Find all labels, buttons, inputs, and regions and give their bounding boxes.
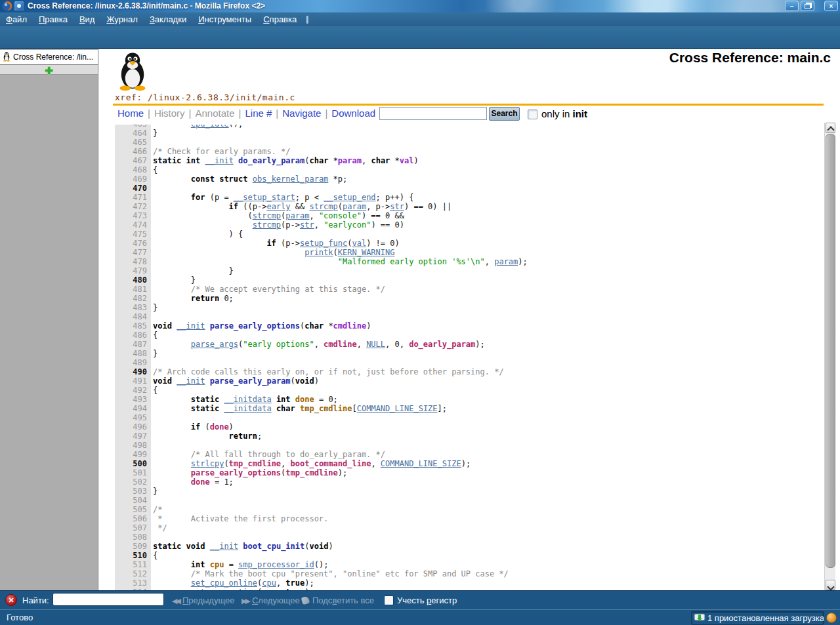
symbol-link[interactable]: done	[295, 395, 314, 404]
symbol-link[interactable]: boot_cpu_init	[243, 542, 304, 551]
find-next-button[interactable]: ▶▶Следующее	[242, 594, 300, 607]
line-number[interactable]: 481	[115, 285, 151, 294]
new-tab-button[interactable]: ✚	[0, 65, 98, 75]
line-number[interactable]: 470	[115, 184, 151, 193]
close-button[interactable]: ×	[824, 1, 838, 11]
symbol-link[interactable]: __setup_end	[324, 193, 375, 202]
symbol-link[interactable]: setup_func	[300, 239, 347, 248]
menu-item-1[interactable]: Файл	[6, 12, 27, 26]
symbol-link[interactable]: NULL	[366, 340, 385, 349]
symbol-link[interactable]: parse_early_options	[191, 468, 281, 477]
symbol-link[interactable]: smp_processor_id	[238, 560, 314, 569]
symbol-link[interactable]: __init	[177, 376, 205, 386]
line-number[interactable]: 513	[115, 578, 151, 588]
symbol-link[interactable]: __init	[177, 321, 205, 331]
line-number[interactable]: 499	[115, 450, 151, 459]
minimize-button[interactable]: –	[785, 1, 799, 11]
symbol-link[interactable]: cpu	[262, 578, 276, 588]
symbol-link[interactable]: tmp_cmdline	[285, 468, 337, 477]
line-number[interactable]: 482	[115, 294, 151, 303]
symbol-link[interactable]: tmp_cmdline	[229, 459, 281, 468]
line-number[interactable]: 472	[115, 202, 151, 211]
symbol-link[interactable]: do_early_param	[409, 340, 475, 349]
line-number[interactable]: 504	[115, 496, 151, 505]
symbol-link[interactable]: done	[210, 422, 229, 432]
find-highlight-button[interactable]: Подсветить все	[302, 594, 374, 607]
symbol-link[interactable]: parse_args	[191, 340, 238, 349]
symbol-link[interactable]: KERN_WARNING	[338, 248, 395, 257]
line-number[interactable]: 500	[115, 459, 151, 468]
symbol-link[interactable]: early	[266, 202, 290, 211]
line-number[interactable]: 480	[115, 275, 151, 285]
nav-home[interactable]: Home	[117, 108, 144, 119]
symbol-link[interactable]: param	[338, 156, 362, 165]
scroll-up-icon[interactable]	[826, 123, 835, 133]
line-number[interactable]: 467	[115, 156, 151, 165]
symbol-link[interactable]: str	[300, 220, 314, 230]
line-number[interactable]: 493	[115, 395, 151, 404]
scrollbar-thumb[interactable]	[826, 134, 835, 568]
line-number[interactable]: 479	[115, 266, 151, 275]
line-number[interactable]: 485	[115, 321, 151, 331]
line-number[interactable]: 492	[115, 386, 151, 395]
menu-item-7[interactable]: Справка	[263, 12, 297, 26]
nav-download[interactable]: Download	[331, 108, 375, 119]
line-number[interactable]: 484	[115, 312, 151, 321]
line-number[interactable]: 476	[115, 239, 151, 248]
xref-search-input[interactable]	[379, 107, 487, 120]
symbol-link[interactable]: strcmp	[309, 202, 337, 211]
match-case-checkbox[interactable]	[384, 595, 394, 605]
menu-item-4[interactable]: Журнал	[106, 12, 137, 26]
line-number[interactable]: 498	[115, 441, 151, 450]
symbol-link[interactable]: __initdata	[224, 395, 271, 404]
line-number[interactable]: 497	[115, 432, 151, 441]
line-number[interactable]: 503	[115, 487, 151, 496]
line-number[interactable]: 487	[115, 340, 151, 349]
line-number[interactable]: 502	[115, 477, 151, 487]
line-number[interactable]: 505	[115, 505, 151, 514]
line-number[interactable]: 506	[115, 514, 151, 523]
line-number[interactable]: 464	[115, 129, 151, 138]
line-number[interactable]: 508	[115, 533, 151, 542]
line-number[interactable]: 473	[115, 211, 151, 220]
nav-line-#[interactable]: Line #	[245, 108, 272, 119]
symbol-link[interactable]: obs_kernel_param	[253, 174, 329, 184]
symbol-link[interactable]: __initdata	[224, 404, 271, 413]
line-number[interactable]: 491	[115, 376, 151, 386]
match-case-label[interactable]: Учесть регистр	[397, 595, 457, 605]
line-number[interactable]: 510	[115, 551, 151, 560]
menu-item-2[interactable]: Правка	[39, 12, 68, 26]
symbol-link[interactable]: strcmp	[253, 220, 281, 230]
symbol-link[interactable]: parse_early_param	[210, 376, 291, 386]
symbol-link[interactable]: strcmp	[253, 211, 281, 220]
line-number[interactable]: 486	[115, 331, 151, 340]
line-number[interactable]: 466	[115, 147, 151, 156]
symbol-link[interactable]: done	[191, 477, 210, 487]
line-number[interactable]: 496	[115, 422, 151, 432]
xref-breadcrumb[interactable]: xref: /linux-2.6.38.3/init/main.c	[115, 92, 295, 102]
line-number[interactable]: 490	[115, 367, 151, 376]
line-number[interactable]: 489	[115, 358, 151, 367]
line-number[interactable]: 477	[115, 248, 151, 257]
symbol-link[interactable]: __setup_start	[234, 193, 295, 202]
symbol-link[interactable]: param	[285, 211, 309, 220]
window-menu-icon[interactable]	[14, 1, 24, 10]
sidebar-tab[interactable]: Cross Reference: /lin...	[0, 50, 98, 65]
menu-item-6[interactable]: Инструменты	[198, 12, 251, 26]
symbol-link[interactable]: __init	[205, 156, 234, 165]
symbol-link[interactable]: COMMAND_LINE_SIZE	[357, 404, 438, 413]
line-number[interactable]: 471	[115, 193, 151, 202]
symbol-link[interactable]: do_early_param	[238, 156, 304, 165]
symbol-link[interactable]: strlcpy	[191, 459, 224, 468]
symbol-link[interactable]: tmp_cmdline	[300, 404, 352, 413]
symbol-link[interactable]: val	[352, 239, 366, 248]
menu-item-5[interactable]: Закладки	[150, 12, 186, 26]
line-number[interactable]: 507	[115, 523, 151, 533]
symbol-link[interactable]: param	[494, 257, 518, 266]
line-number[interactable]: 494	[115, 404, 151, 413]
symbol-link[interactable]: printk	[304, 248, 333, 257]
symbol-link[interactable]: parse_early_options	[210, 321, 300, 331]
symbol-link[interactable]: val	[400, 156, 414, 165]
line-number[interactable]: 465	[115, 138, 151, 147]
line-number[interactable]: 495	[115, 413, 151, 422]
